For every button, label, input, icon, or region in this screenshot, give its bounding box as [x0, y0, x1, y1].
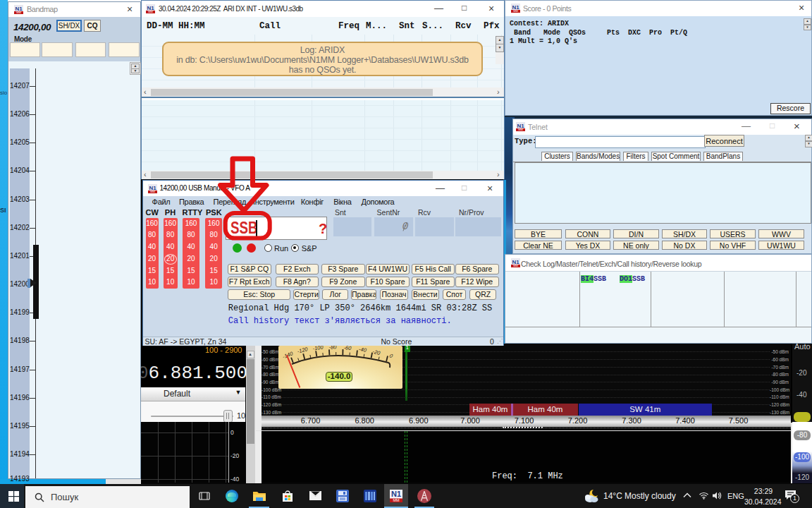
- svg-text:-40: -40: [358, 346, 367, 353]
- svg-text:0: 0: [388, 352, 394, 359]
- svg-text:MM: MM: [393, 498, 400, 502]
- svg-text:MM: MM: [148, 10, 153, 13]
- svg-text:MM: MM: [150, 190, 155, 193]
- svg-text:-80: -80: [328, 346, 337, 351]
- svg-text:-60: -60: [343, 346, 352, 351]
- svg-text:MM: MM: [16, 11, 21, 14]
- svg-text:MM: MM: [518, 128, 523, 131]
- svg-text:-100: -100: [312, 346, 324, 352]
- svg-text:N1: N1: [391, 490, 401, 498]
- svg-text:-20: -20: [371, 348, 381, 356]
- svg-text:MM: MM: [513, 9, 518, 13]
- svg-text:MM: MM: [513, 264, 518, 267]
- svg-text:-120: -120: [296, 346, 309, 355]
